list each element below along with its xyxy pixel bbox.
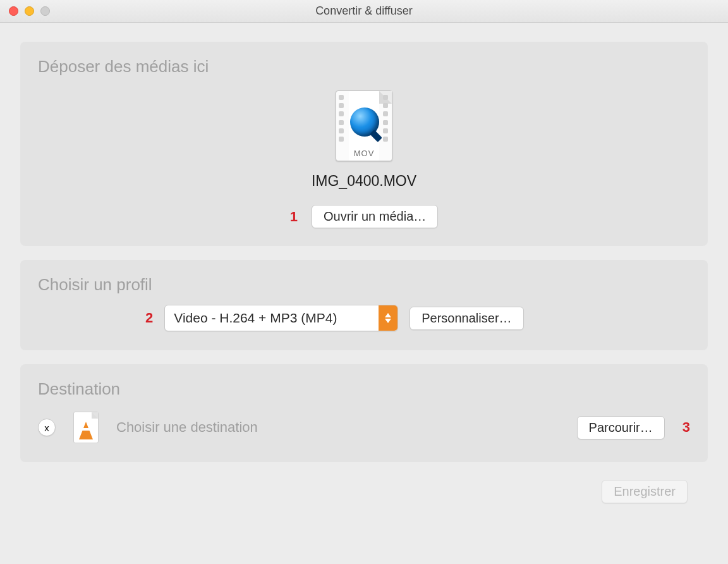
destination-heading: Destination (38, 379, 690, 399)
profile-panel: Choisir un profil 2 Video - H.264 + MP3 … (20, 260, 708, 350)
drop-media-panel: Déposer des médias ici MOV IMG_0400.MOV … (20, 42, 708, 246)
profile-heading: Choisir un profil (38, 275, 690, 295)
save-button[interactable]: Enregistrer (602, 480, 688, 503)
dropped-file-area[interactable]: MOV IMG_0400.MOV 1 Ouvrir un média… (38, 90, 690, 228)
close-window-button[interactable] (9, 6, 18, 16)
window-title: Convertir & diffuser (0, 4, 728, 18)
vlc-cone-icon (79, 422, 93, 439)
browse-destination-button[interactable]: Parcourir… (577, 416, 665, 439)
window-controls (9, 6, 50, 16)
annotation-1: 1 (290, 209, 298, 225)
profile-select-value: Video - H.264 + MP3 (MP4) (165, 305, 379, 331)
clear-destination-button[interactable]: x (38, 419, 56, 436)
drop-media-heading: Déposer des médias ici (38, 57, 690, 77)
vlc-file-icon (73, 412, 99, 443)
svg-marker-1 (385, 319, 391, 323)
open-media-button[interactable]: Ouvrir un média… (312, 205, 438, 228)
svg-marker-0 (385, 313, 391, 317)
zoom-window-button (40, 6, 50, 16)
quicktime-icon (350, 107, 379, 137)
dropped-filename: IMG_0400.MOV (312, 173, 416, 190)
chevron-up-down-icon (379, 305, 397, 331)
mov-file-icon: MOV (336, 90, 392, 161)
destination-placeholder: Choisir une destination (116, 419, 559, 436)
file-ext-label: MOV (336, 149, 392, 158)
profile-select[interactable]: Video - H.264 + MP3 (MP4) (164, 305, 398, 331)
destination-panel: Destination x Choisir une destination Pa… (20, 364, 708, 462)
window-titlebar: Convertir & diffuser (0, 0, 728, 23)
annotation-2: 2 (145, 310, 153, 326)
dialog-footer: Enregistrer (20, 476, 708, 503)
minimize-window-button[interactable] (25, 6, 34, 16)
annotation-3: 3 (682, 419, 690, 436)
customize-profile-button[interactable]: Personnaliser… (410, 307, 523, 330)
